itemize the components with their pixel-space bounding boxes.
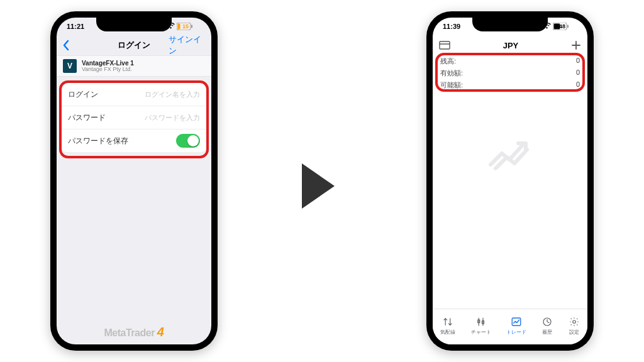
nav-bar: ログイン サインイン (57, 35, 211, 55)
chart-up-icon (488, 134, 532, 175)
screen-right: 11:39 48 (433, 18, 587, 344)
svg-rect-6 (177, 24, 180, 30)
tab-label: 設定 (569, 329, 579, 336)
broker-company: Vantage FX Pty Ltd. (82, 67, 134, 73)
notch (96, 18, 172, 31)
nav-back[interactable] (62, 40, 99, 51)
metatrader-text: MetaTrader (104, 327, 155, 338)
broker-row[interactable]: V VantageFX-Live 1 Vantage FX Pty Ltd. (57, 55, 211, 77)
battery-percent: 15 (182, 23, 189, 30)
step-arrow-icon (302, 163, 335, 209)
svg-rect-12 (567, 25, 569, 28)
metatrader-logo: MetaTrader 4 (57, 325, 211, 339)
order-sort-icon[interactable] (439, 41, 450, 50)
new-order-plus-icon[interactable] (571, 40, 581, 50)
screen-left: 11:21 15 (57, 18, 211, 344)
broker-name: VantageFX-Live 1 (82, 60, 134, 67)
tab-settings[interactable]: 設定 (569, 316, 580, 336)
tab-bar: 気配値 チャート トレード 履歴 設定 (433, 309, 587, 344)
save-password-toggle[interactable] (176, 134, 200, 148)
broker-text: VantageFX-Live 1 Vantage FX Pty Ltd. (82, 60, 134, 73)
login-row[interactable]: ログイン ログイン名を入力 (60, 83, 208, 106)
nav-title: ログイン (99, 40, 169, 51)
tab-trade[interactable]: トレード (506, 316, 526, 336)
login-form: ログイン ログイン名を入力 パスワード パスワードを入力 パスワードを保存 (60, 83, 208, 152)
svg-point-26 (573, 320, 576, 323)
freemargin-label: 可能額: (440, 80, 463, 90)
phone-mock-left: 11:21 15 (50, 11, 218, 351)
tab-history[interactable]: 履歴 (541, 316, 553, 336)
password-label: パスワード (68, 112, 106, 123)
status-clock: 11:21 (67, 23, 84, 30)
balances-block: 残高: 0 有効額: 0 可能額: 0 (433, 55, 587, 91)
battery-percent: 48 (559, 23, 565, 30)
tab-label: チャート (471, 329, 491, 336)
toggle-knob (187, 135, 199, 146)
nav-signin-label: サインイン (169, 34, 206, 57)
tab-quotes[interactable]: 気配値 (440, 316, 455, 336)
password-placeholder: パスワードを入力 (145, 113, 200, 123)
svg-rect-5 (191, 25, 192, 28)
freemargin-row: 可能額: 0 (433, 79, 587, 91)
currency-title: JPY (503, 41, 519, 50)
save-password-label: パスワードを保存 (68, 136, 128, 146)
equity-label: 有効額: (440, 69, 463, 78)
tab-label: 履歴 (542, 329, 552, 336)
metatrader-number: 4 (157, 325, 164, 339)
nav-signin[interactable]: サインイン (169, 34, 206, 57)
phone-mock-right: 11:39 48 (426, 11, 594, 351)
tab-label: トレード (506, 329, 526, 336)
trade-nav: JPY (433, 35, 587, 55)
balance-row: 残高: 0 (433, 55, 587, 67)
notch (472, 18, 548, 31)
equity-value: 0 (576, 69, 580, 78)
login-label: ログイン (68, 89, 98, 100)
tab-chart[interactable]: チャート (471, 316, 491, 336)
tutorial-stage: 11:21 15 (0, 0, 644, 362)
broker-logo: V (63, 59, 77, 73)
save-password-row: パスワードを保存 (60, 129, 208, 152)
password-row[interactable]: パスワード パスワードを入力 (60, 106, 208, 129)
tab-label: 気配値 (440, 329, 455, 336)
freemargin-value: 0 (576, 80, 580, 90)
svg-rect-14 (440, 41, 450, 49)
status-clock: 11:39 (443, 23, 460, 30)
balance-value: 0 (576, 57, 580, 66)
login-placeholder: ログイン名を入力 (145, 90, 200, 99)
balance-label: 残高: (440, 57, 456, 66)
equity-row: 有効額: 0 (433, 67, 587, 79)
